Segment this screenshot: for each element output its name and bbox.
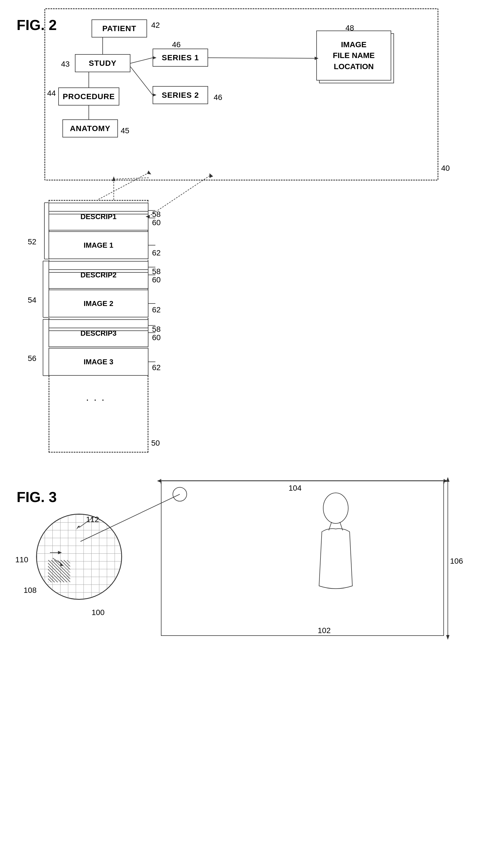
ref-110: 110 xyxy=(15,555,28,564)
ref-44: 44 xyxy=(47,89,56,98)
ref-62b: 62 xyxy=(152,305,161,314)
ref-58b: 58 xyxy=(152,267,161,276)
ref-54: 54 xyxy=(28,296,36,305)
svg-marker-38 xyxy=(444,479,448,483)
row-image1: IMAGE 1 xyxy=(48,231,148,259)
ref-60a: 60 xyxy=(152,218,161,227)
ref-106: 106 xyxy=(450,557,463,566)
node-anatomy: ANATOMY xyxy=(62,119,118,137)
node-series1: SERIES 1 xyxy=(152,49,208,67)
row-descrip2: DESCRIP2 xyxy=(48,261,148,289)
row-image2: IMAGE 2 xyxy=(48,289,148,317)
ref-112: 112 xyxy=(86,515,99,524)
node-series2: SERIES 2 xyxy=(152,86,208,104)
ref-43: 43 xyxy=(61,60,70,69)
ref-50: 50 xyxy=(151,439,160,447)
hatch-area xyxy=(48,560,70,582)
ref-62c: 62 xyxy=(152,363,161,372)
ref-45: 45 xyxy=(121,126,129,135)
ref-46a: 46 xyxy=(172,40,181,49)
node-image-file: IMAGE FILE NAME LOCATION xyxy=(316,31,397,86)
node-patient: PATIENT xyxy=(92,20,147,37)
ref-40: 40 xyxy=(441,164,450,173)
row-descrip3: DESCRIP3 xyxy=(48,319,148,347)
ref-58a: 58 xyxy=(152,210,161,219)
svg-marker-42 xyxy=(446,477,449,482)
row-image3: IMAGE 3 xyxy=(48,348,148,376)
circle-magnifier xyxy=(36,514,122,600)
grid-pattern xyxy=(37,515,121,599)
node-procedure: PROCEDURE xyxy=(58,88,119,105)
ref-48: 48 xyxy=(345,24,354,32)
ref-62a: 62 xyxy=(152,249,161,257)
ref-100: 100 xyxy=(92,608,105,617)
ref-56: 56 xyxy=(28,354,36,363)
svg-marker-43 xyxy=(446,635,449,640)
row-descrip1: DESCRIP1 xyxy=(48,203,148,230)
svg-marker-37 xyxy=(157,479,161,483)
ref-52: 52 xyxy=(28,238,36,246)
image-file-front: IMAGE FILE NAME LOCATION xyxy=(316,31,391,81)
ref-42: 42 xyxy=(151,21,160,30)
node-study: STUDY xyxy=(75,54,130,72)
fig3-label: FIG. 3 xyxy=(16,489,57,505)
ref-60c: 60 xyxy=(152,333,161,342)
ref-108: 108 xyxy=(24,586,37,595)
svg-point-52 xyxy=(323,493,348,523)
ref-60b: 60 xyxy=(152,275,161,284)
person-silhouette xyxy=(288,489,366,627)
ref-58c: 58 xyxy=(152,325,161,334)
ref-46b: 46 xyxy=(214,93,222,102)
dots-fig2: . . . xyxy=(86,392,105,403)
